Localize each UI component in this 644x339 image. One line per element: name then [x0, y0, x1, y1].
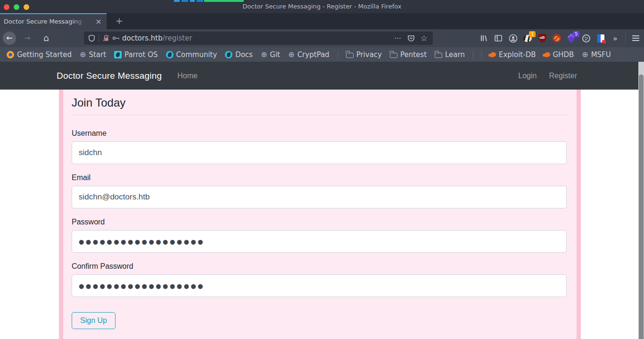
overflow-chevron-icon[interactable]: »: [611, 33, 620, 43]
firefox-icon: [7, 51, 14, 58]
username-label: Username: [72, 129, 567, 138]
page-viewport: Doctor Secure Messaging Home Login Regis…: [0, 62, 644, 339]
flag-lock-icon: [597, 34, 604, 42]
bookmark-cryptpad[interactable]: ⊕CryptPad: [288, 50, 329, 59]
url-domain: doctors.htb: [122, 34, 163, 42]
flag-proxy-extension-icon[interactable]: [596, 33, 605, 43]
content-container: Join Today Username Email Password Confi…: [59, 90, 581, 339]
nav-link-register[interactable]: Register: [549, 72, 577, 80]
parrot-icon: [225, 51, 232, 58]
confirm-password-input[interactable]: [72, 274, 567, 297]
shield-icon: uD: [538, 34, 546, 42]
tab-title-fade: [72, 14, 91, 29]
ublock-shield-extension-icon[interactable]: uD: [537, 33, 547, 43]
site-brand[interactable]: Doctor Secure Messaging: [57, 71, 162, 81]
vertical-scrollbar[interactable]: [638, 62, 644, 339]
disable-javascript-extension-icon[interactable]: [552, 33, 561, 43]
nav-link-home[interactable]: Home: [177, 72, 198, 80]
menu-hamburger-icon[interactable]: [631, 33, 640, 43]
window-titlebar: Doctor Secure Messaging - Register - Moz…: [0, 0, 644, 13]
folder-icon: [390, 53, 397, 58]
globe-icon: ⊕: [261, 51, 267, 58]
folder-icon: [346, 53, 354, 58]
background-app-sliver: [182, 0, 188, 2]
tracking-shield-icon[interactable]: [88, 34, 95, 42]
home-button[interactable]: ⌂: [40, 31, 53, 44]
window-title: Doctor Secure Messaging - Register - Moz…: [0, 0, 644, 13]
bug-icon: [489, 51, 496, 58]
bookmarks-toolbar: Getting Started ⊕Start Parrot OS Communi…: [0, 47, 644, 62]
bookmark-exploit-db[interactable]: Exploit-DB: [490, 50, 536, 59]
bookmark-msfu[interactable]: ⊕MSFU: [582, 50, 611, 59]
globe-icon: ⊕: [582, 51, 588, 58]
tab-bar: Doctor Secure Messaging - R × +: [0, 13, 644, 29]
privacy-badger-badge: 1: [529, 31, 536, 37]
register-form-section: Join Today Username Email Password Confi…: [63, 90, 577, 339]
confirm-password-label: Confirm Password: [72, 262, 567, 271]
sidebar-toggle-icon[interactable]: [494, 33, 503, 43]
bookmark-folder-pentest[interactable]: Pentest: [390, 50, 427, 59]
bookmark-getting-started[interactable]: Getting Started: [7, 50, 72, 59]
password-input[interactable]: [72, 230, 567, 253]
new-tab-button[interactable]: +: [113, 15, 125, 27]
background-app-sliver: [204, 0, 244, 2]
bookmark-community[interactable]: Community: [166, 50, 217, 59]
forward-button[interactable]: →: [21, 32, 34, 45]
insecure-lock-icon[interactable]: [102, 34, 110, 42]
username-input[interactable]: [72, 141, 567, 164]
globe-icon: ⊕: [288, 51, 294, 58]
bookmark-star-icon[interactable]: ☆: [421, 33, 428, 43]
background-app-sliver: [174, 0, 180, 2]
bookmarks-separator: [338, 50, 338, 59]
back-button[interactable]: ←: [3, 32, 16, 45]
tab-close-icon[interactable]: ×: [93, 17, 104, 27]
cookie-extension-icon[interactable]: [581, 33, 591, 43]
nav-link-login[interactable]: Login: [518, 72, 537, 80]
url-bar[interactable]: doctors.htb/register ⋯ ☆: [84, 32, 433, 45]
email-label: Email: [72, 174, 567, 182]
password-label: Password: [72, 218, 567, 226]
bookmark-start[interactable]: ⊕Start: [80, 50, 106, 59]
toolbar-separator: [625, 33, 626, 43]
hamburger-bars: [632, 35, 639, 41]
cookie-icon: [582, 34, 590, 42]
parrot-icon: [166, 51, 173, 58]
pocket-icon[interactable]: [407, 34, 415, 42]
layers-extension-icon[interactable]: 5: [567, 33, 576, 43]
layers-badge: 5: [573, 31, 579, 37]
globe-icon: ⊕: [80, 51, 86, 58]
url-text[interactable]: doctors.htb/register: [122, 34, 192, 42]
form-heading: Join Today: [72, 96, 567, 115]
bookmark-folder-learn[interactable]: Learn: [435, 50, 465, 59]
bookmarks-separator: [473, 50, 473, 59]
bookmark-folder-privacy[interactable]: Privacy: [346, 50, 382, 59]
site-navbar: Doctor Secure Messaging Home Login Regis…: [0, 62, 644, 90]
bug-icon: [543, 51, 550, 58]
folder-icon: [435, 53, 442, 58]
url-path: /register: [163, 34, 192, 42]
page-actions-icon[interactable]: ⋯: [394, 34, 402, 42]
library-icon[interactable]: [479, 33, 488, 43]
saved-login-key-icon[interactable]: [112, 34, 120, 42]
bookmark-ghdb[interactable]: GHDB: [544, 50, 574, 59]
prohibited-fox-icon: [553, 34, 561, 42]
account-icon[interactable]: [508, 33, 518, 43]
bookmark-parrot-os[interactable]: Parrot OS: [114, 50, 157, 59]
background-app-sliver: [190, 0, 195, 2]
parrot-icon: [114, 51, 122, 58]
sign-up-button[interactable]: Sign Up: [72, 312, 116, 329]
background-app-sliver: [197, 0, 203, 2]
bookmarks-separator: [481, 50, 482, 59]
tab-doctor-secure-messaging[interactable]: Doctor Secure Messaging - R ×: [0, 13, 107, 29]
scrollbar-thumb[interactable]: [639, 74, 644, 339]
email-input[interactable]: [72, 186, 567, 208]
bookmark-git[interactable]: ⊕Git: [261, 50, 280, 59]
navigation-toolbar: ← → ⌂ doctors.htb/register ⋯: [0, 29, 644, 47]
urlbar-separator: [99, 34, 99, 42]
privacy-badger-extension-icon[interactable]: 1: [523, 33, 532, 43]
bookmark-docs[interactable]: Docs: [225, 50, 253, 59]
